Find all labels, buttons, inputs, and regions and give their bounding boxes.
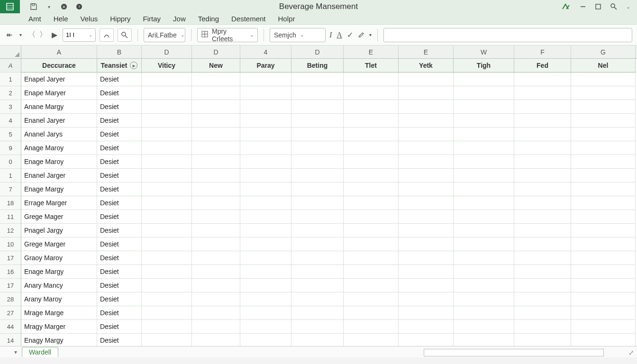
col-header[interactable]: E xyxy=(399,46,454,58)
cell[interactable] xyxy=(571,306,636,320)
cell[interactable] xyxy=(192,114,240,127)
cell[interactable] xyxy=(514,334,571,347)
cell[interactable]: Enage Margy xyxy=(21,182,97,196)
cell[interactable] xyxy=(514,306,571,320)
cell[interactable]: Desiet xyxy=(97,210,142,224)
col-header[interactable]: E xyxy=(344,46,399,58)
cell[interactable] xyxy=(192,279,240,292)
cell[interactable] xyxy=(571,237,636,251)
cell[interactable] xyxy=(514,237,571,251)
cell[interactable] xyxy=(454,210,514,224)
style-combo[interactable]: Mpry Crleets ⌄ xyxy=(197,28,258,42)
cell[interactable] xyxy=(291,265,344,279)
filter-icon[interactable]: ▸ xyxy=(130,62,137,69)
cell[interactable] xyxy=(571,279,636,292)
brush-icon[interactable] xyxy=(358,31,364,39)
cell[interactable] xyxy=(344,292,399,306)
menu-destement[interactable]: Destement xyxy=(231,15,266,23)
cell[interactable] xyxy=(291,155,344,169)
col-header[interactable]: D xyxy=(142,46,192,58)
cell[interactable] xyxy=(240,86,291,100)
cell[interactable] xyxy=(514,73,571,86)
cell[interactable] xyxy=(514,320,571,334)
cell[interactable] xyxy=(142,320,192,334)
format-combo[interactable]: Semjch ⌄ xyxy=(270,28,326,42)
cell[interactable] xyxy=(399,224,454,237)
cell[interactable] xyxy=(291,334,344,347)
chevron-down-icon[interactable]: ⌄ xyxy=(89,32,92,37)
row-header[interactable]: 18 xyxy=(0,196,21,210)
cell[interactable] xyxy=(291,86,344,100)
cell[interactable] xyxy=(399,210,454,224)
cell[interactable] xyxy=(571,100,636,114)
row-header[interactable]: 0 xyxy=(0,155,21,169)
share-icon[interactable] xyxy=(562,2,571,11)
cell[interactable] xyxy=(344,251,399,265)
search-icon[interactable] xyxy=(610,3,618,10)
cell[interactable] xyxy=(344,320,399,334)
cell[interactable] xyxy=(142,169,192,182)
row-header[interactable]: 1 xyxy=(0,169,21,182)
cell[interactable]: Desiet xyxy=(97,320,142,334)
cell[interactable] xyxy=(142,86,192,100)
cell[interactable] xyxy=(571,169,636,182)
next-icon[interactable]: 〉 xyxy=(39,30,47,40)
col-header[interactable]: G xyxy=(571,46,636,58)
cell[interactable] xyxy=(240,265,291,279)
chevron-down-icon[interactable]: ▾ xyxy=(45,2,53,11)
cell[interactable] xyxy=(514,210,571,224)
col-header[interactable]: W xyxy=(454,46,514,58)
cell[interactable]: Desiet xyxy=(97,265,142,279)
cell[interactable] xyxy=(571,155,636,169)
cell[interactable]: Enapel Jaryer xyxy=(21,73,97,86)
cell[interactable] xyxy=(344,182,399,196)
cell[interactable] xyxy=(192,100,240,114)
cell[interactable] xyxy=(192,182,240,196)
cell[interactable]: Desiet xyxy=(97,334,142,347)
cell[interactable]: Desiet xyxy=(97,237,142,251)
cell[interactable] xyxy=(142,182,192,196)
cell[interactable] xyxy=(240,237,291,251)
cell[interactable] xyxy=(240,320,291,334)
menu-teding[interactable]: Teding xyxy=(198,15,219,23)
cell[interactable] xyxy=(240,251,291,265)
header-cell[interactable]: Yetk xyxy=(399,59,454,73)
cell[interactable] xyxy=(454,73,514,86)
cell[interactable] xyxy=(399,279,454,292)
cell[interactable] xyxy=(399,73,454,86)
cell[interactable]: Desiet xyxy=(97,292,142,306)
cell[interactable] xyxy=(399,114,454,127)
cell[interactable] xyxy=(514,169,571,182)
cell[interactable] xyxy=(291,73,344,86)
cell[interactable] xyxy=(571,224,636,237)
menu-jow[interactable]: Jow xyxy=(173,15,186,23)
cell[interactable] xyxy=(344,127,399,141)
undo-icon[interactable]: B xyxy=(60,2,68,11)
cell[interactable] xyxy=(454,279,514,292)
cell[interactable] xyxy=(240,155,291,169)
cell[interactable] xyxy=(454,237,514,251)
cell[interactable] xyxy=(192,155,240,169)
horizontal-scrollbar[interactable] xyxy=(424,349,604,356)
clear-format-icon[interactable]: ✓ xyxy=(347,30,353,39)
header-cell[interactable]: Fed xyxy=(514,59,571,73)
cell[interactable] xyxy=(192,73,240,86)
cell[interactable] xyxy=(454,251,514,265)
cell[interactable]: Desiet xyxy=(97,251,142,265)
cell[interactable] xyxy=(142,114,192,127)
cell[interactable] xyxy=(240,127,291,141)
cell[interactable] xyxy=(192,320,240,334)
cell[interactable] xyxy=(240,334,291,347)
cell[interactable] xyxy=(344,210,399,224)
cell[interactable] xyxy=(514,114,571,127)
cell[interactable] xyxy=(291,182,344,196)
cell[interactable] xyxy=(291,169,344,182)
cell[interactable] xyxy=(399,320,454,334)
cell[interactable] xyxy=(454,155,514,169)
cell[interactable] xyxy=(192,251,240,265)
cell[interactable] xyxy=(399,141,454,155)
cell[interactable] xyxy=(240,224,291,237)
cell[interactable] xyxy=(240,292,291,306)
help-icon[interactable]: ? xyxy=(75,2,83,11)
cell[interactable] xyxy=(142,127,192,141)
